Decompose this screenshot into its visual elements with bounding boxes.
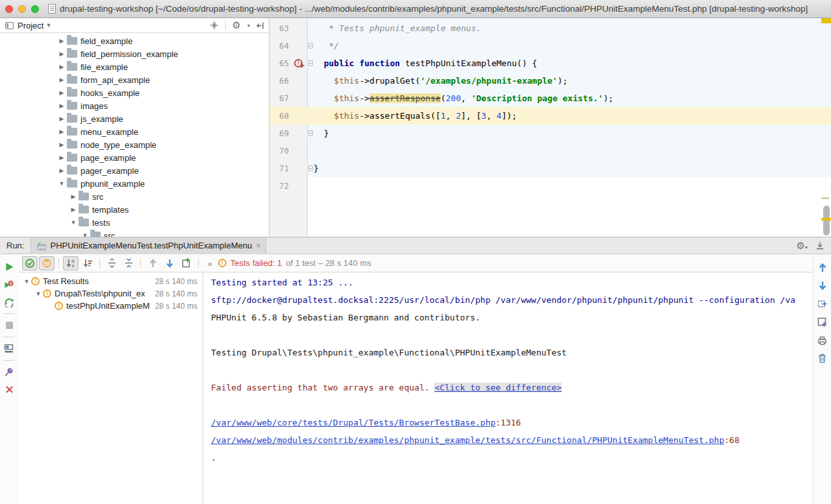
stop-process-button[interactable] — [0, 317, 18, 334]
pin-tab-button[interactable] — [0, 363, 18, 381]
tree-collapsed-arrow-icon[interactable]: ▶ — [57, 38, 66, 44]
import-test-results-button[interactable] — [817, 315, 827, 329]
rerun-failed-tests-icon[interactable]: ! — [4, 280, 14, 290]
project-tree-item[interactable]: ▶js_example — [0, 112, 269, 125]
hide-panel-icon[interactable] — [256, 21, 265, 30]
editor-scrollbar[interactable] — [823, 206, 830, 235]
project-tree-item[interactable]: ▶src — [0, 190, 269, 203]
clear-all-button[interactable] — [818, 352, 826, 365]
inspection-status-indicator[interactable] — [821, 18, 831, 23]
test-tree-item[interactable]: !testPhpUnitExampleM28 s 140 ms — [18, 300, 203, 312]
expand-all-icon[interactable] — [107, 258, 117, 268]
close-tab-icon[interactable]: × — [256, 241, 260, 250]
restore-layout-button[interactable] — [0, 340, 18, 357]
line-number[interactable]: 68 — [269, 111, 289, 121]
code-line[interactable]: 72 — [269, 177, 831, 195]
print-console-icon[interactable] — [817, 336, 827, 345]
restore-layout-icon[interactable] — [4, 344, 14, 354]
scroll-up-icon[interactable] — [818, 263, 827, 272]
zoom-window-button[interactable] — [31, 5, 39, 13]
project-tree-item[interactable]: ▶field_permission_example — [0, 47, 269, 60]
line-number[interactable]: 70 — [269, 146, 289, 156]
tree-collapsed-arrow-icon[interactable]: ▶ — [57, 102, 66, 109]
close-window-button[interactable] — [5, 5, 13, 13]
code-editor[interactable]: 63 * Tests phpunit_example menus.64 */65… — [269, 18, 831, 237]
project-tree-item[interactable]: ▶templates — [0, 203, 269, 216]
project-tree-item[interactable]: ▶images — [0, 99, 269, 112]
sort-by-duration-button[interactable] — [80, 256, 95, 270]
project-tree-item[interactable]: ▼src — [0, 229, 269, 237]
more-chevrons-icon[interactable]: » — [203, 258, 217, 269]
rerun-tests-button[interactable] — [0, 258, 18, 276]
close-panel-button[interactable] — [0, 381, 18, 398]
project-tree-item[interactable]: ▶node_type_example — [0, 138, 269, 151]
print-console-button[interactable] — [817, 333, 827, 347]
error-stripe-warning-mark[interactable] — [821, 218, 831, 221]
sort-alphabetically-button[interactable]: az — [63, 256, 79, 270]
test-tree-item[interactable]: ▼!Test Results28 s 140 ms — [18, 275, 203, 287]
collapse-all-icon[interactable] — [124, 258, 134, 268]
scroll-down-icon[interactable] — [818, 281, 827, 291]
next-occurrence-icon[interactable] — [166, 259, 174, 268]
console-hyperlink[interactable]: /var/www/web/core/tests/Drupal/Tests/Bro… — [211, 418, 495, 427]
tree-collapsed-arrow-icon[interactable]: ▶ — [57, 115, 66, 122]
project-tree-item[interactable]: ▶page_example — [0, 151, 269, 164]
close-panel-icon[interactable] — [5, 385, 14, 394]
line-number[interactable]: 64 — [269, 41, 289, 51]
jump-to-source-icon[interactable] — [817, 300, 828, 309]
project-tree-item[interactable]: ▶field_example — [0, 34, 269, 47]
stop-process-icon[interactable] — [5, 321, 14, 330]
line-number[interactable]: 66 — [269, 76, 289, 86]
line-number[interactable]: 71 — [269, 163, 289, 173]
tree-expanded-arrow-icon[interactable]: ▼ — [34, 291, 43, 297]
error-stripe-mark[interactable] — [821, 197, 829, 199]
hide-run-panel-icon[interactable] — [815, 241, 825, 250]
toggle-auto-test-button[interactable] — [0, 293, 18, 311]
next-occurrence-button[interactable] — [162, 256, 177, 270]
import-test-results-icon[interactable] — [817, 317, 827, 327]
previous-occurrence-button[interactable] — [145, 256, 160, 270]
rerun-tests-icon[interactable] — [5, 262, 14, 272]
code-line[interactable]: 69 } — [269, 125, 831, 142]
console-hyperlink[interactable]: <Click to see difference> — [434, 383, 562, 392]
run-settings-gear-icon[interactable]: ⚙▾ — [797, 240, 808, 252]
project-tree-item[interactable]: ▼phpunit_example — [0, 177, 269, 190]
code-line[interactable]: 71} — [269, 160, 831, 177]
scroll-up-button[interactable] — [818, 261, 827, 274]
line-number[interactable]: 63 — [269, 23, 289, 33]
locate-icon[interactable] — [210, 21, 219, 30]
rerun-failed-tests-button[interactable]: ! — [0, 276, 18, 293]
test-tree-item[interactable]: ▼!Drupal\Tests\phpunit_ex28 s 140 ms — [18, 287, 203, 300]
tree-collapsed-arrow-icon[interactable]: ▶ — [57, 128, 66, 135]
previous-occurrence-icon[interactable] — [149, 259, 157, 268]
project-tree-item[interactable]: ▼tests — [0, 216, 269, 229]
tree-collapsed-arrow-icon[interactable]: ▶ — [57, 167, 66, 174]
pin-tab-icon[interactable] — [5, 367, 14, 377]
fold-marker-icon[interactable] — [308, 165, 313, 171]
tree-collapsed-arrow-icon[interactable]: ▶ — [69, 193, 78, 200]
clear-all-icon[interactable] — [818, 354, 826, 363]
line-number[interactable]: 69 — [269, 128, 289, 138]
line-number[interactable]: 72 — [269, 181, 289, 191]
scroll-down-button[interactable] — [818, 279, 827, 293]
project-tree-item[interactable]: ▶menu_example — [0, 125, 269, 138]
project-tree-item[interactable]: ▶file_example — [0, 60, 269, 73]
tree-collapsed-arrow-icon[interactable]: ▶ — [57, 90, 66, 96]
code-line[interactable]: 66 $this->drupalGet('/examples/phpunit-e… — [269, 72, 831, 90]
code-line[interactable]: 68 $this->assertEquals([1, 2], [3, 4]); — [269, 107, 831, 125]
tree-collapsed-arrow-icon[interactable]: ▶ — [57, 51, 66, 57]
tree-collapsed-arrow-icon[interactable]: ▶ — [57, 77, 66, 83]
tree-expanded-arrow-icon[interactable]: ▼ — [69, 219, 78, 226]
code-line[interactable]: 65! public function testPhpUnitExampleMe… — [269, 54, 831, 72]
tree-collapsed-arrow-icon[interactable]: ▶ — [57, 154, 66, 161]
toggle-auto-test-icon[interactable] — [4, 297, 14, 307]
test-console-output[interactable]: Testing started at 13:25 ...sftp://docke… — [203, 272, 813, 504]
collapse-all-button[interactable] — [121, 256, 136, 270]
project-tree-item[interactable]: ▶pager_example — [0, 164, 269, 177]
tree-collapsed-arrow-icon[interactable]: ▶ — [57, 141, 66, 148]
rerun-failed-test-icon[interactable]: ! — [294, 59, 303, 67]
sort-alphabetically-icon[interactable]: az — [66, 258, 76, 269]
tree-collapsed-arrow-icon[interactable]: ▶ — [57, 64, 66, 70]
code-line[interactable]: 70 — [269, 142, 831, 160]
tree-collapsed-arrow-icon[interactable]: ▶ — [69, 206, 78, 213]
